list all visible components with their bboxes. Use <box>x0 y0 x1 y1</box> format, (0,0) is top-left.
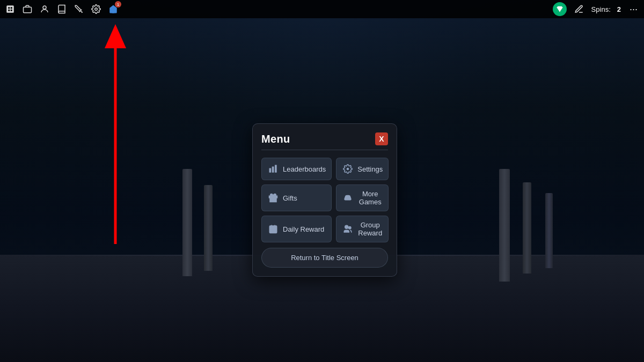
robux-button[interactable] <box>553 2 567 16</box>
group-reward-button[interactable]: Group Reward <box>336 216 389 242</box>
column-left-2 <box>204 185 213 271</box>
settings-menu-icon <box>342 163 354 175</box>
column-right-3 <box>545 193 553 268</box>
svg-point-25 <box>345 225 348 228</box>
svg-rect-0 <box>6 5 14 13</box>
catalog-icon[interactable] <box>56 3 68 15</box>
svg-rect-5 <box>24 7 32 13</box>
column-left-1 <box>182 169 192 276</box>
gifts-button[interactable]: Gifts <box>261 184 332 211</box>
svg-rect-3 <box>8 10 10 11</box>
svg-rect-1 <box>8 7 10 9</box>
sword-icon[interactable] <box>73 3 85 15</box>
spins-count: 2 <box>617 5 621 13</box>
group-icon <box>342 223 354 235</box>
more-button[interactable]: ··· <box>627 4 640 15</box>
edit-icon[interactable] <box>573 3 585 15</box>
svg-point-6 <box>43 6 46 9</box>
menu-grid: Leaderboards Settings <box>261 158 388 242</box>
topbar-left: 1 <box>4 3 119 15</box>
svg-point-13 <box>347 168 349 171</box>
spins-label: Spins: <box>591 5 611 13</box>
inventory-icon[interactable] <box>21 3 33 15</box>
topbar: 1 Spins: 2 ··· <box>0 0 644 18</box>
svg-rect-12 <box>275 165 277 173</box>
controller-icon <box>342 192 354 204</box>
svg-rect-11 <box>272 167 274 173</box>
menu-header: Menu X <box>261 132 388 150</box>
column-right-2 <box>523 182 531 274</box>
leaderboard-icon <box>267 163 279 175</box>
menu-title: Menu <box>261 133 290 145</box>
svg-point-7 <box>95 8 98 11</box>
svg-rect-20 <box>269 226 277 233</box>
notification-badge: 1 <box>115 1 121 8</box>
return-to-title-button[interactable]: Return to Title Screen <box>261 248 388 268</box>
svg-rect-10 <box>269 168 272 173</box>
settings-button[interactable]: Settings <box>336 158 389 180</box>
calendar-icon <box>267 223 279 235</box>
profile-icon[interactable] <box>39 3 50 15</box>
topbar-settings-icon[interactable] <box>90 3 102 15</box>
close-button[interactable]: X <box>375 132 388 145</box>
home-icon[interactable]: 1 <box>107 3 119 15</box>
svg-rect-2 <box>11 7 12 9</box>
topbar-right: Spins: 2 ··· <box>553 2 640 16</box>
more-games-button[interactable]: More Games <box>336 184 389 211</box>
svg-rect-24 <box>271 230 273 232</box>
roblox-logo-icon[interactable] <box>4 3 16 15</box>
leaderboards-button[interactable]: Leaderboards <box>261 158 332 180</box>
menu-dialog: Menu X Leaderboards Settings <box>252 123 397 277</box>
svg-rect-4 <box>11 10 12 11</box>
column-right-1 <box>499 169 510 282</box>
svg-point-26 <box>349 227 352 230</box>
gift-icon <box>267 192 279 204</box>
daily-reward-button[interactable]: Daily Reward <box>261 216 332 242</box>
